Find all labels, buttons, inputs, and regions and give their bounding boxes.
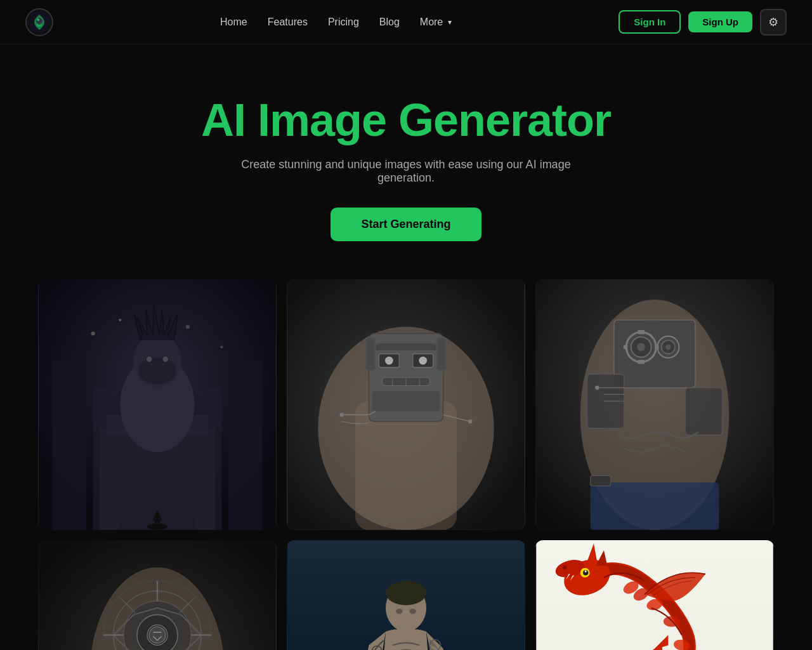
svg-point-29 — [419, 357, 427, 365]
svg-rect-16 — [39, 279, 275, 530]
svg-rect-30 — [383, 378, 430, 386]
svg-point-85 — [429, 640, 440, 650]
svg-point-91 — [554, 557, 587, 580]
nav-link-blog[interactable]: Blog — [379, 17, 400, 27]
svg-point-99 — [664, 616, 680, 627]
gallery-svg-1 — [38, 279, 277, 530]
svg-point-90 — [559, 554, 615, 602]
signin-button[interactable]: Sign In — [619, 10, 681, 34]
svg-point-17 — [91, 331, 95, 335]
svg-point-82 — [386, 581, 426, 605]
gallery-svg-3 — [535, 279, 774, 530]
logo-svg — [29, 12, 49, 32]
nav-actions: Sign In Sign Up ⚙ — [619, 9, 787, 36]
nav-item-more[interactable]: More ▾ — [420, 17, 452, 28]
svg-point-94 — [585, 570, 587, 572]
nav-item-features[interactable]: Features — [268, 17, 308, 28]
svg-rect-89 — [536, 540, 773, 650]
svg-point-13 — [147, 357, 152, 362]
svg-point-97 — [631, 586, 651, 604]
gallery-image-dark-figure — [38, 279, 277, 530]
logo[interactable] — [25, 8, 53, 36]
gallery-item-2 — [287, 279, 525, 530]
svg-rect-27 — [413, 354, 433, 368]
svg-point-18 — [220, 346, 223, 348]
nav-item-blog[interactable]: Blog — [379, 17, 400, 28]
nav-link-features[interactable]: Features — [268, 17, 308, 27]
hero-section: AI Image Generator Create stunning and u… — [0, 44, 812, 279]
svg-point-2 — [37, 18, 39, 21]
svg-point-81 — [386, 584, 426, 632]
svg-line-71 — [120, 598, 134, 613]
svg-point-93 — [583, 570, 589, 576]
svg-line-77 — [154, 637, 157, 640]
settings-button[interactable]: ⚙ — [760, 9, 787, 36]
gallery-section — [0, 279, 812, 650]
nav-link-more[interactable]: More ▾ — [420, 17, 452, 28]
gallery-image-pool-man — [287, 540, 525, 650]
svg-line-72 — [180, 598, 194, 613]
svg-point-10 — [120, 357, 194, 452]
gallery-image-chest-tattoo — [535, 279, 774, 530]
svg-point-14 — [163, 357, 169, 362]
svg-point-20 — [186, 325, 190, 329]
svg-point-63 — [114, 591, 202, 650]
svg-rect-9 — [107, 415, 208, 435]
nav-item-home[interactable]: Home — [220, 17, 247, 28]
svg-line-78 — [157, 637, 161, 640]
svg-rect-43 — [614, 320, 695, 388]
svg-point-35 — [339, 413, 343, 416]
svg-point-40 — [580, 300, 730, 530]
nav-links: Home Features Pricing Blog More ▾ — [220, 17, 452, 28]
svg-point-84 — [409, 609, 416, 614]
svg-rect-26 — [379, 354, 399, 368]
gallery-item-5 — [287, 540, 525, 650]
svg-rect-25 — [376, 344, 436, 351]
svg-point-86 — [372, 646, 382, 650]
signup-button[interactable]: Sign Up — [688, 11, 752, 32]
svg-point-61 — [89, 567, 225, 650]
svg-rect-41 — [591, 482, 719, 530]
gear-icon: ⚙ — [768, 15, 778, 29]
svg-point-52 — [662, 340, 675, 354]
nav-item-pricing[interactable]: Pricing — [328, 17, 359, 28]
nav-link-home[interactable]: Home — [220, 17, 247, 27]
svg-point-15 — [147, 523, 167, 530]
gallery-item-6 — [535, 540, 774, 650]
svg-point-75 — [149, 627, 166, 644]
hero-title: AI Image Generator — [201, 95, 611, 145]
svg-point-53 — [665, 345, 671, 350]
svg-point-62 — [103, 581, 212, 650]
gallery-svg-5 — [287, 540, 525, 650]
svg-point-95 — [563, 565, 566, 569]
svg-point-11 — [134, 334, 181, 388]
svg-rect-50 — [655, 345, 658, 349]
gallery-svg-2 — [287, 279, 525, 530]
svg-point-12 — [138, 357, 176, 385]
svg-point-36 — [468, 420, 472, 423]
svg-rect-3 — [39, 279, 275, 530]
nav-link-pricing[interactable]: Pricing — [328, 17, 359, 27]
navbar: Home Features Pricing Blog More ▾ Sign I… — [0, 0, 812, 44]
svg-rect-49 — [624, 345, 627, 349]
svg-point-65 — [137, 614, 178, 650]
svg-point-100 — [673, 639, 691, 650]
svg-rect-38 — [436, 337, 447, 371]
gallery-svg-6 — [535, 540, 774, 650]
svg-point-28 — [385, 357, 393, 365]
more-label: More — [420, 17, 443, 28]
svg-rect-37 — [365, 337, 376, 371]
start-generating-button[interactable]: Start Generating — [331, 208, 481, 241]
svg-rect-42 — [591, 476, 611, 486]
gallery-image-robot-tattoo — [287, 279, 525, 530]
svg-rect-48 — [638, 360, 645, 364]
svg-point-83 — [396, 609, 403, 614]
svg-point-64 — [124, 601, 192, 650]
svg-rect-4 — [53, 361, 86, 530]
svg-point-19 — [119, 319, 121, 321]
svg-point-45 — [631, 337, 652, 357]
svg-rect-39 — [536, 279, 773, 530]
svg-point-1 — [36, 18, 43, 24]
svg-rect-8 — [100, 428, 214, 530]
svg-point-22 — [318, 327, 494, 530]
